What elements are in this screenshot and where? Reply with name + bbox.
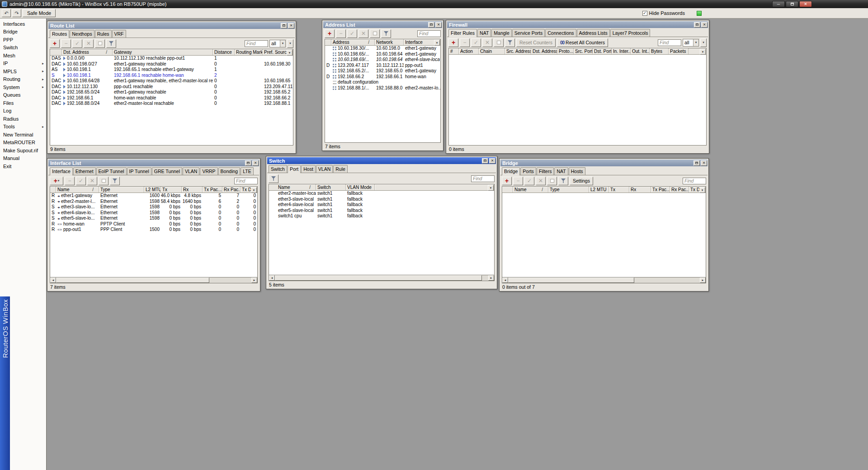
sidebar-item-mpls[interactable]: MPLS▸ <box>0 67 46 75</box>
filter-panel-toggle-button[interactable]: ▾ <box>700 38 707 47</box>
tab-vlan[interactable]: VLAN <box>316 165 333 173</box>
column-header-in-inter[interactable]: In. Inter... <box>612 48 631 54</box>
enable-button[interactable]: ✓ <box>72 39 82 48</box>
close-button[interactable]: ✕ <box>288 23 294 28</box>
find-input[interactable] <box>658 39 681 46</box>
bridge-titlebar[interactable]: Bridge ✕ <box>500 160 708 166</box>
enable-button[interactable]: ✓ <box>471 38 481 47</box>
reset-all-counters-button[interactable]: 00 Reset All Counters <box>557 38 608 47</box>
filter-button[interactable] <box>505 38 515 47</box>
column-header-flags[interactable] <box>375 184 494 190</box>
reset-counters-button[interactable]: Reset Counters <box>516 38 556 47</box>
interface-list-titlebar[interactable]: Interface List ✕ <box>48 160 259 166</box>
sidebar-item-exit[interactable]: Exit <box>0 162 46 170</box>
column-header-src-address[interactable]: Src. Address <box>505 48 531 54</box>
column-header-vlan-mode[interactable]: VLAN Mode <box>346 184 375 190</box>
scope-dropdown[interactable]: all ▾ <box>683 39 699 47</box>
column-header-routing-mark[interactable]: Routing Mark <box>235 49 263 55</box>
table-row[interactable]: Rether1-gatewayEthernet160046.0 kbps4.8 … <box>50 193 257 199</box>
column-header-rx[interactable]: Rx <box>182 187 203 193</box>
column-header-rx[interactable]: Rx <box>629 187 651 193</box>
table-row[interactable]: DAC192.168.65.0/24ether1-gateway reachab… <box>50 89 293 95</box>
tab-nexthops[interactable]: Nexthops <box>70 30 94 38</box>
column-header-bytes[interactable]: Bytes <box>650 48 669 54</box>
table-row[interactable]: Rhome-wanPPTP Client0 bps0 bps000 <box>50 221 257 227</box>
tab-nat[interactable]: NAT <box>477 29 491 37</box>
add-dropdown-button[interactable]: +▾ <box>50 177 63 185</box>
remove-button[interactable]: − <box>336 29 346 38</box>
filter-button[interactable] <box>558 177 568 185</box>
maximize-button[interactable] <box>281 23 287 28</box>
sidebar-item-bridge[interactable]: Bridge <box>0 28 46 36</box>
address-list-titlebar[interactable]: Address List ✕ <box>323 21 442 28</box>
find-input[interactable] <box>417 30 441 37</box>
tab-port[interactable]: Port <box>288 165 301 173</box>
scrollbar-thumb[interactable] <box>275 275 482 281</box>
remove-button[interactable]: − <box>513 177 523 185</box>
tab-bridge[interactable]: Bridge <box>502 167 520 175</box>
tab-rules[interactable]: Rules <box>95 30 112 38</box>
column-header-network[interactable]: Network <box>375 39 404 45</box>
column-header-rx-pac[interactable]: Rx Pac... <box>670 187 689 193</box>
tab-hosts[interactable]: Hosts <box>569 167 585 175</box>
tab-connections[interactable]: Connections <box>545 29 576 37</box>
scroll-left-icon[interactable]: ◄ <box>50 277 56 283</box>
app-titlebar[interactable]: admin@10.60.198.65 (MikroTik) - WinBox v… <box>0 0 868 8</box>
table-row[interactable]: 10.60.198.65/...10.60.198.64ether1-gatew… <box>325 52 440 57</box>
column-header-dst-address[interactable]: Dst. Address/ <box>62 49 113 55</box>
close-button[interactable]: ✕ <box>435 22 442 28</box>
find-input[interactable] <box>683 178 706 184</box>
column-select-button[interactable]: ▾ <box>251 187 257 193</box>
maximize-button[interactable] <box>482 158 488 164</box>
scope-dropdown[interactable]: all ▾ <box>269 40 286 47</box>
table-row[interactable]: ;;; default configuration <box>325 80 440 85</box>
column-header-flags[interactable] <box>502 187 513 193</box>
table-row[interactable]: S10.60.198.1192.168.66.1 reachable home-… <box>50 73 293 79</box>
hide-passwords-checkbox[interactable]: ✓ Hide Passwords <box>642 10 685 16</box>
column-header-name[interactable]: Name/ <box>269 184 316 190</box>
tab-eoip-tunnel[interactable]: EoIP Tunnel <box>96 167 127 175</box>
filter-button[interactable] <box>269 174 278 183</box>
filter-button[interactable] <box>381 29 391 38</box>
tab-ethernet[interactable]: Ethernet <box>73 167 96 175</box>
horizontal-scrollbar[interactable]: ◄ ► <box>269 275 495 281</box>
comment-button[interactable] <box>494 38 504 47</box>
tab-filters[interactable]: Filters <box>537 167 554 175</box>
column-header-switch[interactable]: Switch <box>316 184 346 190</box>
tab-switch[interactable]: Switch <box>269 165 287 173</box>
column-header-flags[interactable] <box>325 39 331 45</box>
column-select-button[interactable]: ▾ <box>434 40 440 46</box>
table-row[interactable]: Sether3-slave-lo...Ethernet15980 bps0 bp… <box>50 204 257 210</box>
sidebar-item-routing[interactable]: Routing▸ <box>0 75 46 84</box>
scroll-right-icon[interactable]: ► <box>700 277 706 283</box>
sidebar-item-mesh[interactable]: Mesh <box>0 52 46 60</box>
tab-service-ports[interactable]: Service Ports <box>512 29 545 37</box>
find-input[interactable] <box>471 175 495 182</box>
scrollbar-thumb[interactable] <box>508 277 634 283</box>
maximize-window-button[interactable] <box>786 1 798 7</box>
table-row[interactable]: Sether4-slave-lo...Ethernet15980 bps0 bp… <box>50 210 257 216</box>
disable-button[interactable]: ✕ <box>84 39 94 48</box>
sidebar-item-make-supout-rif[interactable]: Make Supout.rif <box>0 146 46 155</box>
tab-ip-tunnel[interactable]: IP Tunnel <box>127 167 151 175</box>
table-row[interactable]: DAC192.168.88.0/24ether2-master-local re… <box>50 101 293 107</box>
table-row[interactable]: DAS0.0.0.0/010.112.112.130 reachable ppp… <box>50 56 293 61</box>
settings-button[interactable]: Settings <box>570 177 593 185</box>
comment-button[interactable] <box>95 39 105 48</box>
tab-gre-tunnel[interactable]: GRE Tunnel <box>152 167 182 175</box>
sidebar-item-log[interactable]: Log <box>0 107 46 115</box>
table-row[interactable]: AS10.60.198.1192.168.65.1 reachable ethe… <box>50 67 293 73</box>
remove-button[interactable]: − <box>61 39 71 48</box>
comment-button[interactable] <box>547 177 557 185</box>
add-button[interactable]: + <box>502 177 512 185</box>
column-select-button[interactable]: ▾ <box>488 185 494 191</box>
sidebar-item-system[interactable]: System▸ <box>0 83 46 91</box>
remove-button[interactable]: − <box>460 38 470 47</box>
table-row[interactable]: Sether5-slave-lo...Ethernet15980 bps0 bp… <box>50 216 257 221</box>
enable-button[interactable]: ✓ <box>524 177 534 185</box>
sidebar-item-ip[interactable]: IP▸ <box>0 60 46 68</box>
sidebar-item-manual[interactable]: Manual <box>0 155 46 163</box>
table-row[interactable]: DAC10.60.198.64/28ether1-gateway reachab… <box>50 78 293 84</box>
tab-rule[interactable]: Rule <box>333 165 348 173</box>
table-row[interactable]: ether5-slave-localswitch1fallback <box>269 208 494 214</box>
